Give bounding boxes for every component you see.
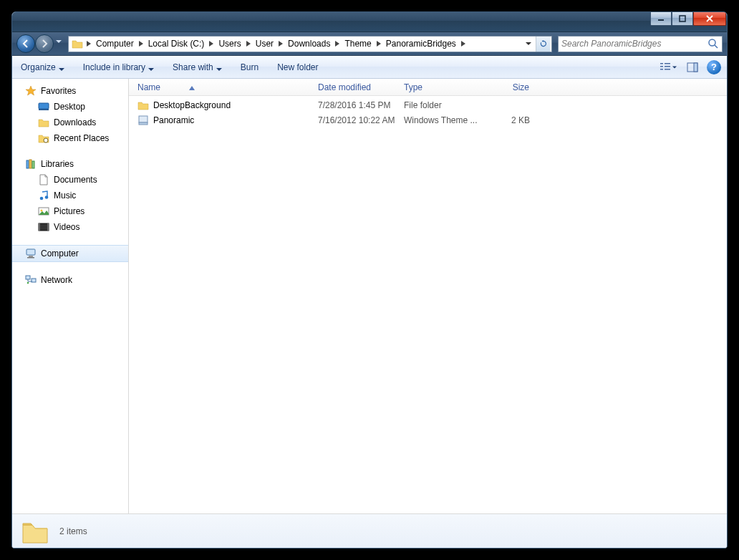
- chevron-right-icon[interactable]: [207, 41, 216, 47]
- file-date: 7/16/2012 10:22 AM: [314, 115, 400, 125]
- titlebar[interactable]: [12, 12, 727, 32]
- history-dropdown[interactable]: [54, 34, 64, 49]
- svg-rect-6: [665, 63, 670, 64]
- column-type[interactable]: Type: [400, 79, 484, 95]
- svg-rect-10: [694, 63, 697, 72]
- sidebar-item-computer[interactable]: Computer: [12, 245, 128, 262]
- view-options-button[interactable]: [658, 59, 678, 75]
- sidebar-item-label: Recent Places: [54, 133, 109, 143]
- svg-rect-31: [139, 122, 148, 125]
- toolbar-label: Share with: [173, 62, 213, 72]
- sidebar-item-downloads[interactable]: Downloads: [12, 115, 128, 130]
- chevron-right-icon[interactable]: [375, 41, 383, 47]
- column-name[interactable]: Name: [133, 79, 314, 95]
- breadcrumb-item[interactable]: Computer: [93, 37, 137, 52]
- search-input[interactable]: [561, 39, 707, 49]
- forward-button[interactable]: [35, 34, 54, 53]
- folder-icon: [38, 117, 49, 128]
- file-row[interactable]: Panoramic 7/16/2012 10:22 AM Windows The…: [133, 112, 723, 127]
- close-button[interactable]: [693, 12, 726, 26]
- organize-menu[interactable]: Organize: [18, 61, 67, 74]
- column-date-modified[interactable]: Date modified: [314, 79, 400, 95]
- svg-rect-30: [139, 116, 148, 122]
- burn-button[interactable]: Burn: [238, 61, 261, 74]
- star-icon: [25, 85, 37, 97]
- chevron-right-icon[interactable]: [276, 41, 285, 47]
- column-size[interactable]: Size: [484, 79, 534, 95]
- svg-rect-16: [32, 161, 34, 168]
- maximize-button[interactable]: [672, 12, 693, 26]
- column-label: Name: [137, 82, 160, 92]
- svg-point-13: [44, 138, 48, 143]
- svg-rect-5: [660, 69, 663, 70]
- sidebar-item-label: Videos: [54, 222, 79, 232]
- share-with-menu[interactable]: Share with: [170, 61, 225, 74]
- include-in-library-menu[interactable]: Include in library: [80, 61, 157, 74]
- breadcrumb-item[interactable]: Local Disk (C:): [145, 37, 208, 52]
- breadcrumb-item[interactable]: Theme: [342, 37, 374, 52]
- videos-icon: [38, 221, 49, 233]
- back-button[interactable]: [16, 34, 35, 53]
- navigation-pane[interactable]: Favorites Desktop Downloads Recent Place…: [12, 79, 129, 513]
- chevron-right-icon[interactable]: [333, 41, 342, 47]
- sidebar-item-label: Music: [54, 190, 76, 201]
- help-button[interactable]: ?: [707, 60, 721, 74]
- svg-rect-7: [665, 66, 670, 67]
- search-box[interactable]: [558, 36, 723, 52]
- breadcrumb-item[interactable]: Downloads: [285, 37, 333, 52]
- sidebar-item-documents[interactable]: Documents: [12, 172, 128, 188]
- sidebar-favorites[interactable]: Favorites: [12, 83, 128, 99]
- svg-point-29: [27, 282, 29, 284]
- svg-point-17: [40, 197, 44, 201]
- recent-icon: [38, 132, 49, 144]
- sidebar-item-label: Pictures: [54, 206, 84, 216]
- svg-rect-22: [39, 223, 40, 231]
- svg-rect-11: [39, 103, 49, 109]
- chevron-right-icon[interactable]: [459, 41, 468, 47]
- sidebar-label: Favorites: [41, 86, 76, 96]
- sidebar-label: Libraries: [41, 159, 74, 169]
- new-folder-button[interactable]: New folder: [274, 61, 321, 74]
- breadcrumb-item[interactable]: Users: [216, 37, 243, 52]
- theme-file-icon: [137, 115, 149, 126]
- file-row[interactable]: DesktopBackground 7/28/2016 1:45 PM File…: [133, 97, 723, 112]
- sort-ascending-icon: [189, 82, 195, 92]
- preview-pane-button[interactable]: [682, 59, 702, 75]
- sidebar-item-recent-places[interactable]: Recent Places: [12, 130, 128, 146]
- desktop-icon: [38, 101, 49, 112]
- breadcrumb-item[interactable]: User: [253, 37, 276, 52]
- folder-large-icon: [21, 518, 49, 545]
- sidebar-item-videos[interactable]: Videos: [12, 219, 128, 235]
- libraries-icon: [25, 158, 37, 170]
- document-icon: [38, 174, 49, 185]
- chevron-right-icon[interactable]: [137, 41, 145, 47]
- sidebar-item-desktop[interactable]: Desktop: [12, 99, 128, 115]
- column-headers[interactable]: Name Date modified Type Size: [129, 79, 727, 96]
- sidebar-item-pictures[interactable]: Pictures: [12, 203, 128, 219]
- sidebar-item-network[interactable]: Network: [12, 272, 128, 288]
- chevron-right-icon[interactable]: [84, 41, 93, 47]
- status-text: 2 items: [59, 526, 87, 536]
- file-rows[interactable]: DesktopBackground 7/28/2016 1:45 PM File…: [129, 96, 727, 513]
- file-date: 7/28/2016 1:45 PM: [314, 100, 400, 110]
- svg-rect-0: [658, 19, 664, 21]
- caret-down-icon: [59, 64, 64, 70]
- sidebar-item-music[interactable]: Music: [12, 188, 128, 203]
- refresh-button[interactable]: [536, 37, 550, 52]
- chevron-right-icon[interactable]: [244, 41, 253, 47]
- svg-rect-1: [680, 16, 685, 21]
- svg-point-20: [41, 210, 43, 212]
- file-name: Panoramic: [153, 115, 194, 125]
- sidebar-item-label: Documents: [54, 175, 97, 185]
- file-name: DesktopBackground: [153, 100, 231, 110]
- column-label: Date modified: [318, 82, 371, 92]
- music-icon: [38, 190, 49, 201]
- svg-rect-8: [665, 69, 670, 70]
- minimize-button[interactable]: [650, 12, 672, 26]
- breadcrumb-item[interactable]: PanoramicBridges: [383, 37, 459, 52]
- toolbar-label: Burn: [241, 62, 259, 72]
- sidebar-libraries[interactable]: Libraries: [12, 156, 128, 172]
- address-bar[interactable]: Computer Local Disk (C:) Users User Down…: [68, 36, 552, 52]
- address-dropdown[interactable]: [521, 37, 536, 52]
- svg-rect-4: [660, 66, 663, 67]
